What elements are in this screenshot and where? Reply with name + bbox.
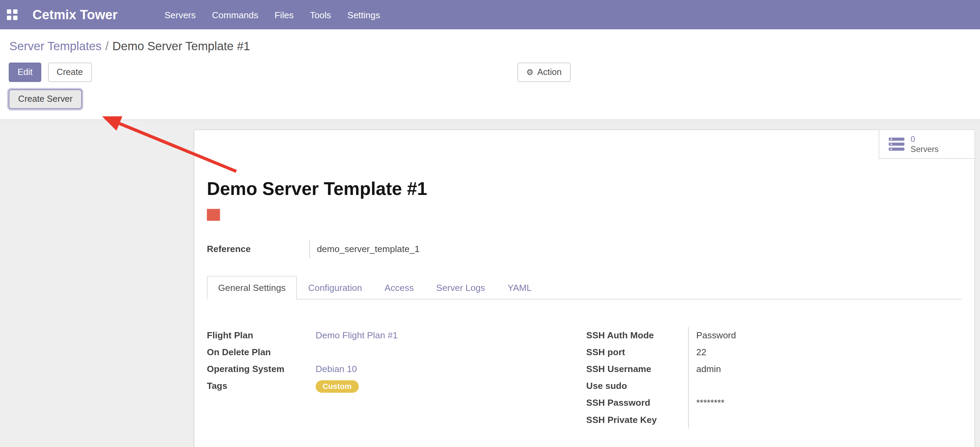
action-dropdown-button[interactable]: ⚙Action	[517, 62, 570, 82]
content-area: 0 Servers Demo Server Template #1 Refere…	[0, 120, 980, 447]
field-label: SSH port	[586, 344, 688, 361]
stat-label: Servers	[911, 144, 939, 154]
use-sudo-value	[688, 378, 962, 395]
create-server-button[interactable]: Create Server	[9, 89, 82, 109]
server-stack-icon	[888, 137, 905, 151]
tab-access[interactable]: Access	[373, 276, 425, 300]
menu-item-tools[interactable]: Tools	[302, 1, 339, 29]
create-button[interactable]: Create	[48, 62, 91, 82]
field-row-flight-plan: Flight Plan Demo Flight Plan #1	[207, 327, 586, 344]
field-label: Operating System	[207, 361, 315, 378]
field-label: SSH Username	[586, 361, 688, 378]
tab-yaml[interactable]: YAML	[496, 276, 543, 300]
ssh-auth-mode-value: Password	[688, 327, 962, 344]
tab-configuration[interactable]: Configuration	[297, 276, 373, 300]
reference-field-row: Reference demo_server_template_1	[207, 239, 962, 259]
gear-icon: ⚙	[526, 67, 533, 77]
form-sheet: 0 Servers Demo Server Template #1 Refere…	[194, 129, 975, 447]
menu-item-settings[interactable]: Settings	[339, 1, 388, 29]
field-label: SSH Private Key	[586, 412, 688, 428]
tab-general-settings[interactable]: General Settings	[207, 276, 297, 300]
breadcrumb-current: Demo Server Template #1	[112, 40, 250, 53]
menu-item-files[interactable]: Files	[266, 1, 302, 29]
field-row-ssh-private-key: SSH Private Key	[586, 412, 962, 428]
servers-stat-button[interactable]: 0 Servers	[879, 130, 974, 159]
sheet-body: Demo Server Template #1 Reference demo_s…	[194, 130, 975, 447]
main-menu: Servers Commands Files Tools Settings	[156, 1, 388, 29]
ssh-username-value: admin	[688, 361, 962, 378]
control-panel-buttons: Edit Create ⚙Action	[0, 54, 980, 87]
view-buttons-row: Create Server	[0, 87, 980, 120]
stat-text: 0 Servers	[911, 134, 939, 154]
menu-item-commands[interactable]: Commands	[204, 1, 266, 29]
tags-field: Custom	[316, 378, 359, 395]
page: Cetmix Tower Servers Commands Files Tool…	[0, 0, 980, 447]
field-row-use-sudo: Use sudo	[586, 378, 962, 395]
ssh-port-value: 22	[688, 344, 962, 361]
ssh-password-value: ********	[688, 395, 962, 412]
action-dropdown-label: Action	[538, 67, 562, 77]
app-brand[interactable]: Cetmix Tower	[33, 7, 118, 22]
field-group-right: SSH Auth Mode Password SSH port 22 SSH U…	[586, 327, 962, 428]
control-panel: Server Templates/Demo Server Template #1…	[0, 29, 980, 120]
field-groups: Flight Plan Demo Flight Plan #1 On Delet…	[207, 327, 962, 447]
field-label: On Delete Plan	[207, 344, 315, 361]
field-row-ssh-auth-mode: SSH Auth Mode Password	[586, 327, 962, 344]
breadcrumb-parent-link[interactable]: Server Templates	[9, 40, 101, 53]
tag-badge-custom: Custom	[316, 380, 359, 393]
edit-button[interactable]: Edit	[9, 62, 41, 82]
color-swatch	[207, 209, 220, 221]
field-label: SSH Auth Mode	[586, 327, 688, 344]
field-row-ssh-port: SSH port 22	[586, 344, 962, 361]
record-title: Demo Server Template #1	[207, 179, 962, 200]
apps-grid-icon[interactable]	[7, 9, 18, 20]
tab-server-logs[interactable]: Server Logs	[425, 276, 496, 300]
field-label: Use sudo	[586, 378, 688, 395]
field-label: Flight Plan	[207, 327, 315, 344]
field-row-on-delete-plan: On Delete Plan	[207, 344, 586, 361]
field-label: SSH Password	[586, 395, 688, 412]
breadcrumb-separator: /	[102, 40, 112, 53]
reference-value: demo_server_template_1	[310, 244, 420, 254]
field-row-ssh-password: SSH Password ********	[586, 395, 962, 412]
menu-item-servers[interactable]: Servers	[156, 1, 204, 29]
field-label: Tags	[207, 378, 315, 395]
field-row-tags: Tags Custom	[207, 378, 586, 395]
ssh-private-key-value	[688, 412, 962, 428]
operating-system-link[interactable]: Debian 10	[316, 361, 357, 378]
field-row-operating-system: Operating System Debian 10	[207, 361, 586, 378]
flight-plan-link[interactable]: Demo Flight Plan #1	[316, 327, 398, 344]
breadcrumb: Server Templates/Demo Server Template #1	[0, 29, 980, 54]
field-row-ssh-username: SSH Username admin	[586, 361, 962, 378]
field-group-left: Flight Plan Demo Flight Plan #1 On Delet…	[207, 327, 586, 428]
top-navbar: Cetmix Tower Servers Commands Files Tool…	[0, 0, 980, 29]
notebook-tabs: General Settings Configuration Access Se…	[207, 276, 962, 300]
reference-label: Reference	[207, 244, 309, 254]
stat-value: 0	[911, 134, 939, 144]
